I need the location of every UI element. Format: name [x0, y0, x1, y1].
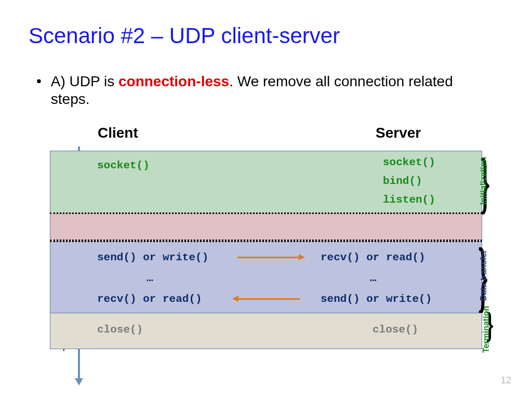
bullet-point: • A) UDP is connection-less. We remove a… — [36, 73, 494, 108]
slide-title: Scenario #2 – UDP client-server — [29, 23, 340, 48]
bullet-emphasis: connection-less — [118, 73, 229, 89]
phase-initialization: socket() socket() bind() listen() } Init… — [50, 151, 482, 213]
label-data-transfer: Data transfer — [480, 250, 489, 301]
data-client-send: send() or write() — [97, 251, 208, 263]
init-server-bind: bind() — [383, 175, 422, 187]
init-server-listen: listen() — [383, 194, 435, 206]
data-client-recv: recv() or read() — [97, 293, 202, 305]
data-client-ellipsis: … — [147, 272, 153, 284]
phase-container: socket() socket() bind() listen() } Init… — [50, 151, 482, 349]
label-termination: Termination — [482, 306, 491, 353]
term-server-close: close() — [373, 324, 418, 336]
header-client: Client — [98, 125, 138, 141]
data-server-ellipsis: … — [370, 272, 377, 284]
arrow-left-icon — [237, 298, 300, 300]
phase-termination: close() close() } Termination — [50, 313, 482, 349]
data-server-send: send() or write() — [321, 293, 432, 305]
init-client-socket: socket() — [97, 159, 150, 171]
data-server-recv: recv() or read() — [321, 251, 425, 263]
phase-data-transfer: send() or write() recv() or read() … … r… — [50, 241, 482, 313]
phase-connection-removed — [50, 212, 482, 241]
page-number: 12 — [501, 375, 511, 386]
term-client-close: close() — [97, 324, 143, 336]
init-server-socket: socket() — [383, 156, 435, 168]
label-initialization: Initialization — [479, 157, 488, 205]
bullet-prefix: A) UDP is — [51, 73, 118, 89]
bullet-marker: • — [36, 73, 42, 108]
arrow-right-icon — [237, 257, 300, 258]
header-server: Server — [376, 125, 421, 141]
bullet-text: A) UDP is connection-less. We remove all… — [51, 73, 494, 108]
